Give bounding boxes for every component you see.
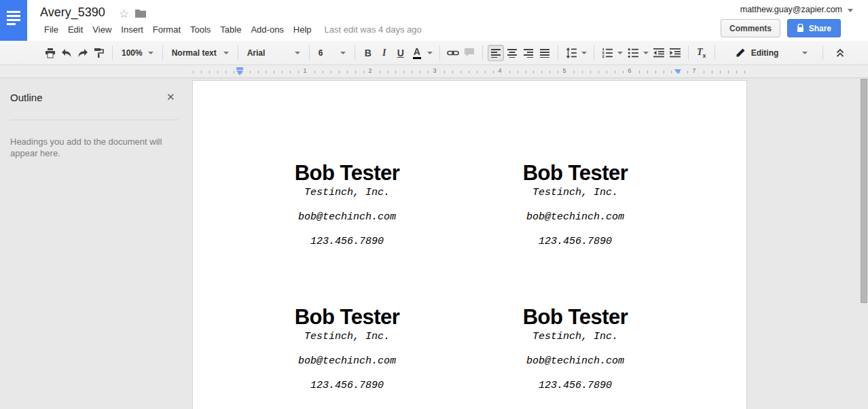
align-left-button[interactable] [488, 45, 504, 61]
numbered-list-dropdown[interactable] [615, 45, 625, 61]
ruler-mark-7: 7 [691, 67, 698, 74]
card-email[interactable]: bob@techinch.com [461, 212, 689, 223]
docs-logo-icon[interactable] [0, 0, 27, 41]
insert-comment-button[interactable] [461, 45, 477, 61]
print-button[interactable] [42, 45, 58, 61]
ruler-mark-6: 6 [626, 67, 633, 74]
menu-table[interactable]: Table [215, 22, 246, 37]
pencil-icon [736, 48, 745, 58]
font-size-dropdown[interactable]: 6 [314, 45, 350, 61]
menu-format[interactable]: Format [148, 22, 185, 37]
ruler: 1 2 3 4 5 6 7 [0, 65, 868, 78]
align-justify-button[interactable] [537, 45, 553, 61]
chevron-down-icon [223, 52, 229, 54]
chevron-down-icon [643, 52, 649, 54]
card-phone[interactable]: 123.456.7890 [233, 380, 461, 391]
chevron-down-icon [617, 52, 623, 54]
chevron-down-icon [295, 52, 300, 54]
font-family-dropdown[interactable]: Arial [243, 45, 304, 61]
label-card[interactable]: Bob Tester Testinch, Inc. bob@techinch.c… [233, 305, 461, 391]
redo-button[interactable] [75, 45, 91, 61]
numbered-list-button[interactable] [599, 45, 615, 61]
menu-help[interactable]: Help [289, 22, 317, 37]
card-company[interactable]: Testinch, Inc. [461, 332, 689, 342]
card-email[interactable]: bob@techinch.com [461, 356, 689, 367]
increase-indent-button[interactable] [667, 45, 683, 61]
chevron-down-icon [581, 52, 587, 54]
text-color-dropdown[interactable] [425, 45, 435, 61]
line-spacing-button[interactable] [563, 45, 579, 61]
menu-bar: File Edit View Insert Format Tools Table… [39, 22, 422, 37]
menu-addons[interactable]: Add-ons [246, 22, 288, 37]
right-indent-marker[interactable] [674, 69, 681, 74]
styles-dropdown[interactable]: Normal text [168, 45, 233, 61]
menu-file[interactable]: File [39, 22, 63, 37]
menu-view[interactable]: View [88, 22, 116, 37]
insert-link-button[interactable] [445, 45, 461, 61]
card-company[interactable]: Testinch, Inc. [461, 188, 689, 198]
card-name[interactable]: Bob Tester [233, 161, 461, 185]
menu-edit[interactable]: Edit [63, 22, 88, 37]
comments-button[interactable]: Comments [721, 19, 780, 37]
outline-title: Outline [10, 92, 43, 103]
align-center-button[interactable] [504, 45, 520, 61]
ruler-mark-2: 2 [367, 67, 374, 74]
clear-formatting-button[interactable]: Tx [693, 45, 710, 61]
outline-divider [10, 120, 179, 120]
folder-icon[interactable] [135, 9, 146, 18]
ruler-ticks [193, 71, 747, 73]
chevron-down-icon [340, 52, 346, 54]
header: Avery_5390 ☆ File Edit View Insert Forma… [0, 0, 868, 41]
chevron-down-icon [427, 52, 433, 54]
bold-button[interactable]: B [360, 45, 376, 61]
card-phone[interactable]: 123.456.7890 [233, 236, 461, 247]
chevron-down-icon [148, 52, 153, 54]
chevron-down-icon [802, 52, 808, 54]
line-spacing-dropdown[interactable] [579, 45, 589, 61]
ruler-mark-5: 5 [561, 67, 568, 74]
main-area: Outline ✕ Headings you add to the docume… [0, 79, 868, 409]
card-company[interactable]: Testinch, Inc. [233, 332, 461, 342]
card-email[interactable]: bob@techinch.com [233, 356, 461, 367]
label-card[interactable]: Bob Tester Testinch, Inc. bob@techinch.c… [461, 161, 689, 247]
first-line-indent-marker[interactable] [236, 71, 243, 75]
card-name[interactable]: Bob Tester [461, 161, 689, 185]
star-icon[interactable]: ☆ [119, 7, 129, 21]
ruler-mark-1: 1 [302, 67, 308, 74]
card-email[interactable]: bob@techinch.com [233, 212, 461, 223]
decrease-indent-button[interactable] [651, 45, 667, 61]
account-email[interactable]: matthew.guay@zapier.com [740, 5, 842, 14]
lock-icon [797, 24, 804, 33]
zoom-dropdown[interactable]: 100% [117, 45, 158, 61]
share-button[interactable]: Share [787, 19, 841, 37]
bulleted-list-dropdown[interactable] [641, 45, 651, 61]
underline-button[interactable]: U [393, 45, 409, 61]
text-color-button[interactable]: A [409, 45, 425, 61]
card-name[interactable]: Bob Tester [461, 305, 689, 330]
paint-format-button[interactable] [91, 45, 107, 61]
left-indent-marker[interactable] [236, 67, 243, 70]
menu-tools[interactable]: Tools [185, 22, 215, 37]
card-company[interactable]: Testinch, Inc. [233, 188, 461, 198]
last-edit-status[interactable]: Last edit was 4 days ago [325, 24, 422, 35]
label-card[interactable]: Bob Tester Testinch, Inc. bob@techinch.c… [233, 161, 461, 247]
ruler-mark-3: 3 [431, 67, 438, 74]
bulleted-list-button[interactable] [625, 45, 641, 61]
label-card[interactable]: Bob Tester Testinch, Inc. bob@techinch.c… [461, 305, 689, 391]
toolbar: 100% Normal text Arial 6 B I U A [0, 41, 868, 65]
card-phone[interactable]: 123.456.7890 [461, 236, 689, 247]
ruler-mark-4: 4 [496, 67, 503, 74]
menu-insert[interactable]: Insert [116, 22, 148, 37]
undo-button[interactable] [58, 45, 75, 61]
close-icon[interactable]: ✕ [166, 91, 175, 103]
italic-button[interactable]: I [376, 45, 393, 61]
mode-dropdown[interactable]: Editing [731, 45, 812, 61]
document-title[interactable]: Avery_5390 [40, 5, 105, 20]
align-right-button[interactable] [520, 45, 537, 61]
vertical-scrollbar[interactable] [861, 79, 867, 303]
card-name[interactable]: Bob Tester [233, 305, 461, 330]
card-phone[interactable]: 123.456.7890 [461, 380, 689, 391]
document-page[interactable]: Bob Tester Testinch, Inc. bob@techinch.c… [192, 80, 747, 409]
collapse-toolbar-button[interactable] [832, 45, 848, 61]
account-dropdown-arrow-icon[interactable] [848, 9, 853, 12]
